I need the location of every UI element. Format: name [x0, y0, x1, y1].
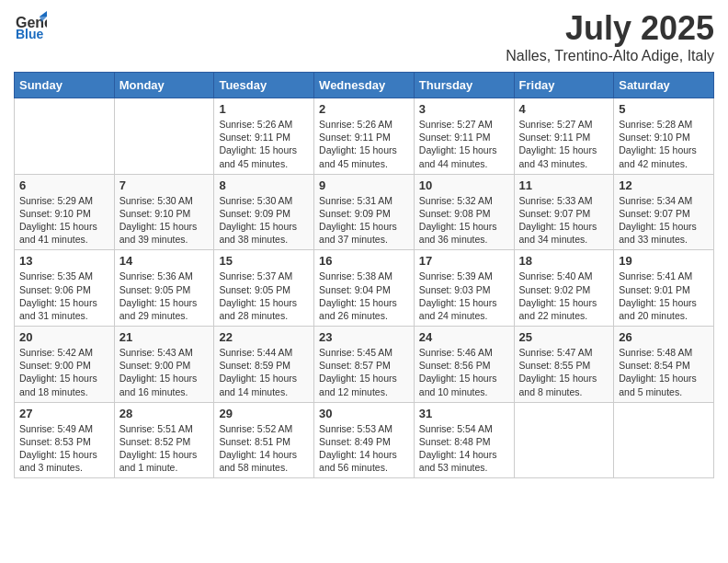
day-number: 2 — [319, 102, 409, 116]
day-number: 11 — [519, 178, 609, 192]
cell-content: Sunrise: 5:31 AMSunset: 9:09 PMDaylight:… — [319, 194, 409, 247]
calendar-cell: 7Sunrise: 5:30 AMSunset: 9:10 PMDaylight… — [114, 174, 214, 250]
day-number: 26 — [619, 330, 709, 344]
calendar-cell: 1Sunrise: 5:26 AMSunset: 9:11 PMDaylight… — [214, 98, 314, 175]
cell-content: Sunrise: 5:29 AMSunset: 9:10 PMDaylight:… — [19, 194, 109, 247]
cell-content: Sunrise: 5:34 AMSunset: 9:07 PMDaylight:… — [619, 194, 709, 247]
cell-content: Sunrise: 5:40 AMSunset: 9:02 PMDaylight:… — [519, 270, 609, 322]
cell-content: Sunrise: 5:52 AMSunset: 8:51 PMDaylight:… — [219, 422, 309, 475]
calendar-cell: 4Sunrise: 5:27 AMSunset: 9:11 PMDaylight… — [514, 98, 614, 175]
calendar-cell: 8Sunrise: 5:30 AMSunset: 9:09 PMDaylight… — [214, 174, 314, 250]
cell-content: Sunrise: 5:49 AMSunset: 8:53 PMDaylight:… — [19, 422, 109, 475]
day-number: 3 — [419, 102, 509, 116]
calendar-week-5: 27Sunrise: 5:49 AMSunset: 8:53 PMDayligh… — [15, 402, 714, 478]
cell-content: Sunrise: 5:42 AMSunset: 9:00 PMDaylight:… — [19, 346, 109, 398]
calendar-week-4: 20Sunrise: 5:42 AMSunset: 9:00 PMDayligh… — [15, 327, 714, 403]
day-number: 20 — [19, 330, 109, 344]
subtitle: Nalles, Trentino-Alto Adige, Italy — [506, 48, 714, 64]
day-number: 30 — [319, 407, 409, 420]
calendar-cell — [15, 98, 115, 175]
calendar-cell: 5Sunrise: 5:28 AMSunset: 9:10 PMDaylight… — [614, 98, 714, 175]
cell-content: Sunrise: 5:27 AMSunset: 9:11 PMDaylight:… — [519, 118, 609, 170]
calendar-week-3: 13Sunrise: 5:35 AMSunset: 9:06 PMDayligh… — [15, 250, 714, 327]
calendar-cell: 9Sunrise: 5:31 AMSunset: 9:09 PMDaylight… — [314, 174, 415, 250]
calendar-header-row: SundayMondayTuesdayWednesdayThursdayFrid… — [15, 73, 714, 98]
calendar-cell: 17Sunrise: 5:39 AMSunset: 9:03 PMDayligh… — [414, 250, 514, 327]
header-day-wednesday: Wednesday — [314, 73, 415, 98]
cell-content: Sunrise: 5:27 AMSunset: 9:11 PMDaylight:… — [419, 118, 509, 170]
day-number: 13 — [19, 254, 109, 268]
cell-content: Sunrise: 5:37 AMSunset: 9:05 PMDaylight:… — [219, 270, 309, 322]
calendar-cell: 16Sunrise: 5:38 AMSunset: 9:04 PMDayligh… — [314, 250, 415, 327]
calendar-cell: 2Sunrise: 5:26 AMSunset: 9:11 PMDaylight… — [314, 98, 415, 175]
cell-content: Sunrise: 5:51 AMSunset: 8:52 PMDaylight:… — [119, 422, 210, 475]
cell-content: Sunrise: 5:30 AMSunset: 9:09 PMDaylight:… — [219, 194, 309, 247]
cell-content: Sunrise: 5:41 AMSunset: 9:01 PMDaylight:… — [619, 270, 709, 322]
calendar-cell: 10Sunrise: 5:32 AMSunset: 9:08 PMDayligh… — [414, 174, 514, 250]
cell-content: Sunrise: 5:44 AMSunset: 8:59 PMDaylight:… — [219, 346, 309, 398]
day-number: 14 — [119, 254, 210, 268]
day-number: 18 — [519, 254, 609, 268]
header-day-thursday: Thursday — [414, 73, 514, 98]
calendar-week-2: 6Sunrise: 5:29 AMSunset: 9:10 PMDaylight… — [15, 174, 714, 250]
cell-content: Sunrise: 5:33 AMSunset: 9:07 PMDaylight:… — [519, 194, 609, 247]
day-number: 23 — [319, 330, 409, 344]
calendar-cell: 22Sunrise: 5:44 AMSunset: 8:59 PMDayligh… — [214, 327, 314, 403]
calendar-cell: 29Sunrise: 5:52 AMSunset: 8:51 PMDayligh… — [214, 402, 314, 478]
day-number: 22 — [219, 330, 309, 344]
calendar-cell: 21Sunrise: 5:43 AMSunset: 9:00 PMDayligh… — [114, 327, 214, 403]
header-day-sunday: Sunday — [15, 73, 115, 98]
cell-content: Sunrise: 5:28 AMSunset: 9:10 PMDaylight:… — [619, 118, 709, 170]
cell-content: Sunrise: 5:26 AMSunset: 9:11 PMDaylight:… — [319, 118, 409, 170]
cell-content: Sunrise: 5:45 AMSunset: 8:57 PMDaylight:… — [319, 346, 409, 398]
header-day-saturday: Saturday — [614, 73, 714, 98]
calendar-cell: 30Sunrise: 5:53 AMSunset: 8:49 PMDayligh… — [314, 402, 415, 478]
header: General Blue July 2025 Nalles, Trentino-… — [14, 9, 714, 64]
calendar-cell: 3Sunrise: 5:27 AMSunset: 9:11 PMDaylight… — [414, 98, 514, 175]
title-area: July 2025 Nalles, Trentino-Alto Adige, I… — [506, 9, 714, 64]
calendar-week-1: 1Sunrise: 5:26 AMSunset: 9:11 PMDaylight… — [15, 98, 714, 175]
calendar-cell: 14Sunrise: 5:36 AMSunset: 9:05 PMDayligh… — [114, 250, 214, 327]
day-number: 15 — [219, 254, 309, 268]
calendar-cell: 6Sunrise: 5:29 AMSunset: 9:10 PMDaylight… — [15, 174, 115, 250]
calendar-cell: 13Sunrise: 5:35 AMSunset: 9:06 PMDayligh… — [15, 250, 115, 327]
calendar-cell: 15Sunrise: 5:37 AMSunset: 9:05 PMDayligh… — [214, 250, 314, 327]
day-number: 1 — [219, 102, 309, 116]
day-number: 25 — [519, 330, 609, 344]
cell-content: Sunrise: 5:46 AMSunset: 8:56 PMDaylight:… — [419, 346, 509, 398]
calendar-cell: 19Sunrise: 5:41 AMSunset: 9:01 PMDayligh… — [614, 250, 714, 327]
day-number: 9 — [319, 178, 409, 192]
calendar-cell — [514, 402, 614, 478]
day-number: 31 — [419, 407, 509, 420]
calendar-cell: 11Sunrise: 5:33 AMSunset: 9:07 PMDayligh… — [514, 174, 614, 250]
cell-content: Sunrise: 5:26 AMSunset: 9:11 PMDaylight:… — [219, 118, 309, 170]
calendar-cell: 28Sunrise: 5:51 AMSunset: 8:52 PMDayligh… — [114, 402, 214, 478]
calendar-cell: 20Sunrise: 5:42 AMSunset: 9:00 PMDayligh… — [15, 327, 115, 403]
day-number: 16 — [319, 254, 409, 268]
day-number: 7 — [119, 178, 210, 192]
cell-content: Sunrise: 5:36 AMSunset: 9:05 PMDaylight:… — [119, 270, 210, 322]
cell-content: Sunrise: 5:54 AMSunset: 8:48 PMDaylight:… — [419, 422, 509, 475]
calendar-cell: 12Sunrise: 5:34 AMSunset: 9:07 PMDayligh… — [614, 174, 714, 250]
cell-content: Sunrise: 5:53 AMSunset: 8:49 PMDaylight:… — [319, 422, 409, 475]
day-number: 24 — [419, 330, 509, 344]
day-number: 19 — [619, 254, 709, 268]
day-number: 21 — [119, 330, 210, 344]
cell-content: Sunrise: 5:30 AMSunset: 9:10 PMDaylight:… — [119, 194, 210, 247]
calendar-cell: 25Sunrise: 5:47 AMSunset: 8:55 PMDayligh… — [514, 327, 614, 403]
calendar-cell: 18Sunrise: 5:40 AMSunset: 9:02 PMDayligh… — [514, 250, 614, 327]
day-number: 28 — [119, 407, 210, 420]
calendar-cell — [114, 98, 214, 175]
svg-text:Blue: Blue — [16, 27, 44, 41]
day-number: 8 — [219, 178, 309, 192]
cell-content: Sunrise: 5:47 AMSunset: 8:55 PMDaylight:… — [519, 346, 609, 398]
day-number: 6 — [19, 178, 109, 192]
cell-content: Sunrise: 5:38 AMSunset: 9:04 PMDaylight:… — [319, 270, 409, 322]
calendar-cell — [614, 402, 714, 478]
day-number: 5 — [619, 102, 709, 116]
day-number: 27 — [19, 407, 109, 420]
cell-content: Sunrise: 5:35 AMSunset: 9:06 PMDaylight:… — [19, 270, 109, 322]
calendar-cell: 24Sunrise: 5:46 AMSunset: 8:56 PMDayligh… — [414, 327, 514, 403]
logo-icon: General Blue — [14, 9, 47, 46]
calendar-cell: 26Sunrise: 5:48 AMSunset: 8:54 PMDayligh… — [614, 327, 714, 403]
